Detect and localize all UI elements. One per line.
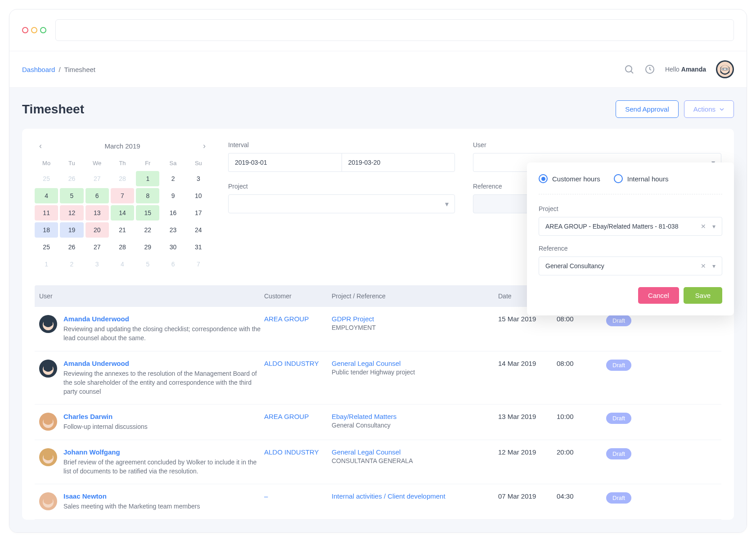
effort-cell: 10:00 bbox=[557, 413, 606, 420]
project-link[interactable]: Internal activities / Client development bbox=[332, 492, 498, 500]
table-row[interactable]: Amanda UnderwoodReviewing the annexes to… bbox=[35, 351, 721, 405]
maximize-icon[interactable] bbox=[40, 27, 46, 33]
calendar-day[interactable]: 2 bbox=[60, 256, 83, 272]
table-row[interactable]: Johann WolfgangBrief review of the agree… bbox=[35, 440, 721, 485]
calendar-day[interactable]: 7 bbox=[111, 188, 134, 203]
cancel-button[interactable]: Cancel bbox=[638, 287, 679, 304]
calendar-day[interactable]: 25 bbox=[35, 171, 58, 186]
calendar-day[interactable]: 13 bbox=[86, 205, 109, 220]
window-controls bbox=[22, 27, 46, 33]
calendar-day[interactable]: 7 bbox=[187, 256, 210, 272]
customer-link[interactable]: AREA GROUP bbox=[264, 315, 332, 323]
calendar-day[interactable]: 1 bbox=[35, 256, 58, 272]
calendar-dow: Su bbox=[187, 157, 210, 169]
table-row[interactable]: Charles DarwinFollow-up internal discuss… bbox=[35, 405, 721, 440]
calendar-day[interactable]: 23 bbox=[161, 222, 184, 238]
calendar-day[interactable]: 3 bbox=[187, 171, 210, 186]
status-badge: Draft bbox=[606, 413, 631, 424]
popup-project-select[interactable]: AREA GROUP - Ebay/Related Matters - 81-0… bbox=[539, 217, 722, 236]
close-icon[interactable] bbox=[22, 27, 28, 33]
breadcrumb-root[interactable]: Dashboard bbox=[22, 66, 55, 73]
calendar-day[interactable]: 19 bbox=[60, 222, 83, 238]
calendar-day[interactable]: 27 bbox=[86, 239, 109, 255]
calendar-day[interactable]: 5 bbox=[60, 188, 83, 203]
interval-to-input[interactable] bbox=[342, 153, 455, 172]
calendar-day[interactable]: 26 bbox=[60, 239, 83, 255]
calendar-day[interactable]: 6 bbox=[161, 256, 184, 272]
calendar-day[interactable]: 22 bbox=[136, 222, 159, 238]
calendar-day[interactable]: 14 bbox=[111, 205, 134, 220]
calendar-day[interactable]: 10 bbox=[187, 188, 210, 203]
calendar-day[interactable]: 8 bbox=[136, 188, 159, 203]
user-name[interactable]: Charles Darwin bbox=[63, 413, 148, 420]
customer-link[interactable]: ALDO INDUSTRY bbox=[264, 448, 332, 456]
calendar-day[interactable]: 29 bbox=[136, 239, 159, 255]
avatar bbox=[39, 492, 57, 510]
clear-icon[interactable]: ✕ bbox=[701, 262, 706, 270]
calendar-day[interactable]: 30 bbox=[161, 239, 184, 255]
interval-field: Interval bbox=[228, 141, 455, 172]
project-link[interactable]: GDPR Project bbox=[332, 315, 498, 323]
user-name[interactable]: Johann Wolfgang bbox=[63, 448, 264, 456]
search-icon[interactable] bbox=[624, 64, 634, 75]
calendar-day[interactable]: 15 bbox=[136, 205, 159, 220]
app-frame: Dashboard / Timesheet Hello Amanda Times… bbox=[9, 9, 747, 533]
search-input[interactable] bbox=[55, 19, 734, 41]
date-cell: 14 Mar 2019 bbox=[498, 360, 557, 367]
user-name[interactable]: Amanda Underwood bbox=[63, 315, 264, 323]
customer-hours-radio[interactable]: Customer hours bbox=[539, 174, 600, 183]
calendar-day[interactable]: 12 bbox=[60, 205, 83, 220]
user-name[interactable]: Isaac Newton bbox=[63, 492, 200, 500]
internal-hours-radio[interactable]: Internal hours bbox=[614, 174, 669, 183]
interval-label: Interval bbox=[228, 141, 455, 148]
clock-icon[interactable] bbox=[644, 64, 655, 75]
calendar-day[interactable]: 2 bbox=[161, 171, 184, 186]
calendar-day[interactable]: 18 bbox=[35, 222, 58, 238]
calendar-day[interactable]: 28 bbox=[111, 239, 134, 255]
calendar-day[interactable]: 4 bbox=[35, 188, 58, 203]
calendar-prev[interactable]: ‹ bbox=[39, 141, 42, 151]
project-filter-select[interactable] bbox=[228, 194, 455, 213]
calendar-day[interactable]: 25 bbox=[35, 239, 58, 255]
customer-link[interactable]: AREA GROUP bbox=[264, 413, 332, 420]
calendar-day[interactable]: 6 bbox=[86, 188, 109, 203]
interval-from-input[interactable] bbox=[228, 153, 342, 172]
calendar-day[interactable]: 4 bbox=[111, 256, 134, 272]
status-badge: Draft bbox=[606, 448, 631, 459]
calendar-day[interactable]: 5 bbox=[136, 256, 159, 272]
clear-icon[interactable]: ✕ bbox=[701, 223, 706, 230]
calendar-day[interactable]: 21 bbox=[111, 222, 134, 238]
project-link[interactable]: Ebay/Related Matters bbox=[332, 413, 498, 420]
calendar-day[interactable]: 20 bbox=[86, 222, 109, 238]
effort-cell: 08:00 bbox=[557, 360, 606, 367]
calendar-day[interactable]: 16 bbox=[161, 205, 184, 220]
calendar-next[interactable]: › bbox=[203, 141, 206, 151]
calendar-dow: Mo bbox=[35, 157, 58, 169]
calendar-day[interactable]: 11 bbox=[35, 205, 58, 220]
calendar-day[interactable]: 31 bbox=[187, 239, 210, 255]
customer-link[interactable]: ALDO INDUSTRY bbox=[264, 360, 332, 367]
save-button[interactable]: Save bbox=[684, 287, 722, 304]
calendar-day[interactable]: 28 bbox=[111, 171, 134, 186]
calendar-day[interactable]: 26 bbox=[60, 171, 83, 186]
project-link[interactable]: General Legal Counsel bbox=[332, 448, 498, 456]
calendar-day[interactable]: 27 bbox=[86, 171, 109, 186]
calendar-day[interactable]: 3 bbox=[86, 256, 109, 272]
customer-link[interactable]: – bbox=[264, 492, 332, 500]
reference-text: EMPLOYMENT bbox=[332, 324, 498, 331]
calendar-day[interactable]: 24 bbox=[187, 222, 210, 238]
minimize-icon[interactable] bbox=[31, 27, 37, 33]
avatar[interactable] bbox=[716, 60, 734, 78]
calendar-day[interactable]: 9 bbox=[161, 188, 184, 203]
popup-reference-select[interactable]: General Consultancy ✕▾ bbox=[539, 256, 722, 275]
table-row[interactable]: Isaac NewtonSales meeting with the Marke… bbox=[35, 484, 721, 519]
user-name[interactable]: Amanda Underwood bbox=[63, 360, 264, 367]
calendar: ‹ March 2019 › MoTuWeThFrSaSu25262728123… bbox=[35, 141, 210, 272]
actions-dropdown[interactable]: Actions bbox=[684, 100, 734, 118]
timesheet-table: User Customer Project / Reference Date E… bbox=[35, 285, 721, 520]
send-approval-button[interactable]: Send Approval bbox=[616, 100, 679, 118]
calendar-day[interactable]: 1 bbox=[136, 171, 159, 186]
project-link[interactable]: General Legal Counsel bbox=[332, 360, 498, 367]
calendar-day[interactable]: 17 bbox=[187, 205, 210, 220]
effort-cell: 20:00 bbox=[557, 448, 606, 456]
